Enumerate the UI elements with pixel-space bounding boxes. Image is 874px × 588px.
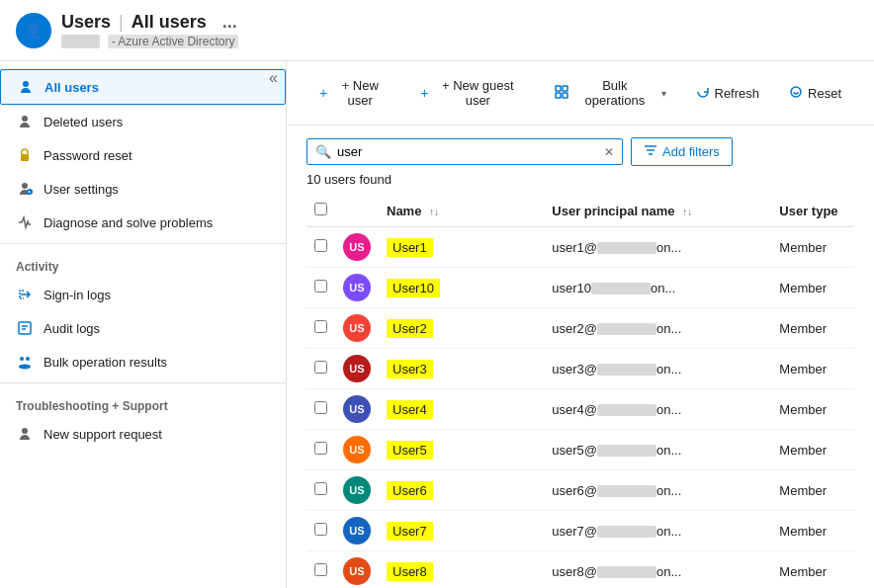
search-icon: 🔍: [315, 144, 331, 159]
table-row[interactable]: USUser2user2@on...Member: [306, 308, 854, 349]
user-type-cell: Member: [771, 470, 854, 511]
row-checkbox-user5[interactable]: [314, 442, 327, 455]
table-row[interactable]: USUser6user6@on...Member: [306, 470, 854, 511]
name-cell[interactable]: User4: [379, 389, 544, 430]
results-count: 10 users found: [306, 172, 854, 187]
table-row[interactable]: USUser10user10on...Member: [306, 268, 854, 308]
user-name: User8: [387, 562, 433, 581]
row-checkbox-cell[interactable]: [306, 268, 335, 308]
sidebar-item-audit-logs[interactable]: Audit logs: [0, 311, 286, 345]
avatar-cell: US: [335, 430, 379, 470]
table-row[interactable]: USUser5user5@on...Member: [306, 430, 854, 470]
user-settings-label: User settings: [44, 182, 119, 197]
row-checkbox-user2[interactable]: [314, 320, 327, 333]
search-area: 🔍 ✕ Add filters 10 users found: [287, 126, 874, 195]
header-dots[interactable]: ...: [222, 12, 237, 33]
row-checkbox-user3[interactable]: [314, 361, 327, 374]
row-checkbox-cell[interactable]: [306, 470, 335, 511]
avatar-cell: US: [335, 470, 379, 511]
sidebar-item-new-support[interactable]: New support request: [0, 417, 286, 451]
sidebar-item-deleted-users[interactable]: Deleted users: [0, 105, 286, 138]
select-all-checkbox[interactable]: [314, 203, 327, 215]
upn-suffix: on...: [656, 240, 681, 255]
upn-blur: [591, 283, 651, 294]
upn-column-header[interactable]: User principal name ↑↓: [544, 195, 771, 227]
table-row[interactable]: USUser4user4@on...Member: [306, 389, 854, 430]
table-row[interactable]: USUser8user8@on...Member: [306, 551, 854, 589]
table-header: Name ↑↓ User principal name ↑↓ User type: [306, 195, 854, 227]
table-row[interactable]: USUser7user7@on...Member: [306, 511, 854, 551]
row-checkbox-cell[interactable]: [306, 430, 335, 470]
svg-rect-0: [21, 154, 29, 161]
name-cell[interactable]: User8: [379, 551, 544, 589]
new-user-button[interactable]: + + New user: [306, 71, 403, 115]
header-separator: |: [119, 12, 124, 33]
upn-suffix: on...: [656, 564, 681, 579]
select-all-header[interactable]: [306, 195, 335, 227]
row-checkbox-user10[interactable]: [314, 280, 327, 293]
activity-section-label: Activity: [0, 248, 286, 278]
upn-cell: user6@on...: [544, 470, 771, 511]
sidebar-item-all-users[interactable]: All users: [0, 69, 286, 105]
main-content: + + New user + + New guest user Bulk ope…: [287, 61, 874, 588]
upn-suffix: on...: [656, 321, 681, 336]
search-input[interactable]: [337, 144, 598, 159]
upn-sort-icon[interactable]: ↑↓: [682, 207, 692, 217]
sidebar-item-user-settings[interactable]: User settings: [0, 172, 286, 206]
name-cell[interactable]: User1: [379, 227, 544, 268]
name-cell[interactable]: User2: [379, 308, 544, 349]
audit-logs-icon: [16, 319, 34, 337]
page-header: 👤 Users | All users ... - Azure Active D…: [0, 0, 874, 61]
bulk-ops-label: Bulk operations: [573, 78, 656, 108]
add-filters-button[interactable]: Add filters: [631, 137, 733, 166]
bulk-operations-button[interactable]: Bulk operations ▾: [542, 71, 678, 115]
upn-suffix: on...: [656, 362, 681, 377]
upn-blur: [597, 242, 656, 254]
new-user-icon: +: [319, 85, 327, 101]
sidebar-item-bulk-results[interactable]: Bulk operation results: [0, 345, 286, 378]
row-checkbox-cell[interactable]: [306, 389, 335, 430]
avatar: US: [343, 436, 371, 463]
user-name: User10: [387, 279, 440, 297]
name-sort-icon[interactable]: ↑↓: [429, 207, 439, 217]
name-cell[interactable]: User3: [379, 349, 544, 389]
sidebar: « All users Deleted users Password reset: [0, 61, 287, 588]
row-checkbox-user4[interactable]: [314, 401, 327, 414]
sidebar-collapse-button[interactable]: «: [269, 69, 278, 87]
reset-button[interactable]: Reset: [776, 78, 854, 109]
row-checkbox-cell[interactable]: [306, 511, 335, 551]
row-checkbox-user7[interactable]: [314, 523, 327, 536]
name-cell[interactable]: User7: [379, 511, 544, 551]
search-box[interactable]: 🔍 ✕: [306, 138, 623, 165]
sidebar-item-sign-in-logs[interactable]: Sign-in logs: [0, 278, 286, 311]
clear-search-icon[interactable]: ✕: [604, 145, 614, 159]
row-checkbox-cell[interactable]: [306, 551, 335, 589]
header-org-blur: [61, 35, 100, 48]
upn-cell: user8@on...: [544, 551, 771, 589]
row-checkbox-cell[interactable]: [306, 349, 335, 389]
name-cell[interactable]: User5: [379, 430, 544, 470]
table-row[interactable]: USUser1user1@on...Member: [306, 227, 854, 268]
row-checkbox-user6[interactable]: [314, 482, 327, 495]
row-checkbox-cell[interactable]: [306, 227, 335, 268]
avatar-cell: US: [335, 227, 379, 268]
avatar-cell: US: [335, 349, 379, 389]
upn-suffix: on...: [656, 483, 681, 498]
row-checkbox-user8[interactable]: [314, 563, 327, 576]
svg-rect-8: [556, 93, 561, 98]
password-reset-icon: [16, 146, 34, 164]
refresh-button[interactable]: Refresh: [683, 78, 773, 109]
new-support-icon: [16, 425, 34, 443]
name-column-header[interactable]: Name ↑↓: [379, 195, 544, 227]
avatar-cell: US: [335, 308, 379, 349]
row-checkbox-user1[interactable]: [314, 239, 327, 252]
header-title-main: Users | All users ...: [61, 12, 242, 33]
name-cell[interactable]: User10: [379, 268, 544, 308]
sidebar-item-diagnose-solve[interactable]: Diagnose and solve problems: [0, 206, 286, 239]
table-row[interactable]: USUser3user3@on...Member: [306, 349, 854, 389]
refresh-label: Refresh: [715, 86, 760, 101]
new-guest-user-button[interactable]: + + New guest user: [407, 71, 538, 115]
name-cell[interactable]: User6: [379, 470, 544, 511]
sidebar-item-password-reset[interactable]: Password reset: [0, 138, 286, 172]
row-checkbox-cell[interactable]: [306, 308, 335, 349]
